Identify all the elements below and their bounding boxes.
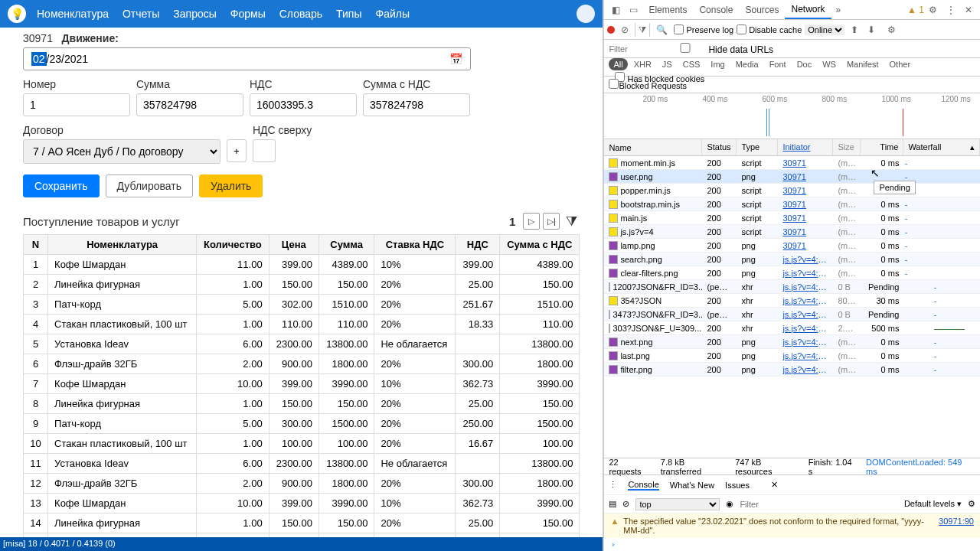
- net-column-header[interactable]: Name: [604, 139, 702, 155]
- close-drawer-icon[interactable]: ✕: [771, 480, 778, 490]
- type-filter[interactable]: Other: [885, 58, 916, 70]
- table-row[interactable]: 12Флэш-драйв 32ГБ2.00900.001800.0020%300…: [24, 474, 580, 494]
- type-filter[interactable]: Doc: [792, 58, 817, 70]
- save-button[interactable]: Сохранить: [23, 174, 100, 197]
- column-header[interactable]: Цена: [269, 235, 318, 255]
- nav-item[interactable]: Типы: [336, 8, 361, 20]
- table-row[interactable]: 1Кофе Шмардан11.00399.004389.0010%399.00…: [24, 255, 580, 275]
- net-column-header[interactable]: Type: [737, 139, 778, 155]
- network-row[interactable]: filter.png200pngjs.js?v=4:262(me...0 ms: [604, 363, 980, 377]
- network-row[interactable]: main.js200script30971(me...0 ms: [604, 211, 980, 225]
- inspect-icon[interactable]: ◧: [607, 3, 625, 17]
- throttling-select[interactable]: Online: [805, 24, 844, 35]
- hide-data-urls-checkbox[interactable]: Hide data URLs: [662, 43, 773, 55]
- net-column-header[interactable]: Size: [833, 139, 861, 155]
- console-prompt[interactable]: ›: [604, 538, 980, 551]
- settings-icon[interactable]: ⚙: [924, 3, 942, 17]
- table-row[interactable]: 2Линейка фигурная1.00150.00150.0020%25.0…: [24, 275, 580, 295]
- delete-button[interactable]: Удалить: [199, 174, 263, 197]
- network-row[interactable]: 303?JSON&F_U=309...200xhrjs.js?v=4:5042.…: [604, 321, 980, 335]
- devtools-tab[interactable]: Elements: [642, 2, 693, 18]
- warning-badge[interactable]: ▲ 1: [907, 5, 924, 15]
- table-row[interactable]: 8Линейка фигурная1.00150.00150.0020%25.0…: [24, 394, 580, 414]
- disable-cache-checkbox[interactable]: Disable cache: [737, 24, 802, 34]
- more-tabs-icon[interactable]: »: [831, 3, 846, 17]
- filter-icon[interactable]: ⧩: [563, 213, 580, 230]
- preserve-log-checkbox[interactable]: Preserve log: [674, 24, 733, 34]
- vat-input[interactable]: [250, 93, 357, 116]
- type-filter[interactable]: JS: [658, 58, 677, 70]
- network-row[interactable]: moment.min.js200script30971(me...0 ms: [604, 156, 980, 170]
- network-row[interactable]: 1200?JSON&FR_ID=3...(pendi...xhrjs.js?v=…: [604, 280, 980, 294]
- upload-icon[interactable]: ⬆: [848, 23, 861, 37]
- add-contract-button[interactable]: +: [227, 139, 247, 162]
- sum-input[interactable]: [136, 93, 243, 116]
- network-row[interactable]: popper.min.js200script30971(me...0 ms: [604, 184, 980, 197]
- contract-select[interactable]: 7 / АО Ясен Дуб / По договору: [23, 139, 220, 164]
- network-filter-input[interactable]: [609, 44, 655, 54]
- table-row[interactable]: 15Патч-корд5.00300.001500.0020%250.00150…: [24, 533, 580, 538]
- devtools-tab[interactable]: Console: [693, 2, 739, 18]
- network-row[interactable]: last.png200pngjs.js?v=4:262(me...0 ms: [604, 349, 980, 363]
- nav-item[interactable]: Отчеты: [122, 8, 159, 20]
- drawer-tab[interactable]: Issues: [725, 481, 750, 490]
- table-row[interactable]: 10Стакан пластиковый, 100 шт1.00100.0010…: [24, 434, 580, 454]
- type-filter[interactable]: All: [609, 58, 627, 70]
- table-row[interactable]: 13Кофе Шмардан10.00399.003990.0010%362.7…: [24, 494, 580, 514]
- type-filter[interactable]: Font: [765, 58, 791, 70]
- type-filter[interactable]: Img: [706, 58, 729, 70]
- devtools-tab[interactable]: Network: [785, 1, 831, 19]
- table-row[interactable]: 14Линейка фигурная1.00150.00150.0020%25.…: [24, 514, 580, 533]
- network-row[interactable]: user.png200png30971(me...: [604, 170, 980, 184]
- filter-toggle-icon[interactable]: ⧩: [635, 23, 650, 37]
- console-menu-icon[interactable]: ⋮: [609, 480, 617, 490]
- network-row[interactable]: search.png200pngjs.js?v=4:108(me...0 ms: [604, 253, 980, 266]
- log-levels[interactable]: Default levels ▾: [904, 499, 962, 509]
- net-column-header[interactable]: Time: [861, 139, 903, 155]
- console-sidebar-icon[interactable]: ▤: [609, 499, 616, 509]
- type-filter[interactable]: XHR: [629, 58, 656, 70]
- date-input[interactable]: 02/23/2021 📅: [23, 47, 471, 70]
- nav-item[interactable]: Номенклатура: [37, 8, 109, 20]
- nav-item[interactable]: Словарь: [279, 8, 322, 20]
- last-page-icon[interactable]: ▷|: [543, 213, 560, 230]
- column-header[interactable]: Сумма: [318, 235, 374, 255]
- nav-item[interactable]: Формы: [230, 8, 266, 20]
- network-row[interactable]: clear-filters.png200pngjs.js?v=4:108(me.…: [604, 266, 980, 280]
- live-expression-icon[interactable]: ◉: [726, 499, 733, 509]
- type-filter[interactable]: Manifest: [842, 58, 884, 70]
- console-clear-icon[interactable]: ⊘: [622, 499, 629, 509]
- nav-item[interactable]: Файлы: [376, 8, 410, 20]
- network-row[interactable]: 354?JSON200xhrjs.js?v=4:504809 B30 ms: [604, 294, 980, 308]
- network-row[interactable]: lamp.png200png30971(me...0 ms: [604, 239, 980, 253]
- sum-vat-input[interactable]: [363, 93, 470, 116]
- table-row[interactable]: 7Кофе Шмардан10.00399.003990.0010%362.73…: [24, 374, 580, 394]
- network-row[interactable]: next.png200pngjs.js?v=4:262(me...0 ms: [604, 335, 980, 349]
- nav-item[interactable]: Запросы: [173, 8, 216, 20]
- console-settings-icon[interactable]: ⚙: [968, 499, 975, 509]
- console-filter-input[interactable]: [740, 500, 898, 509]
- net-column-header[interactable]: Status: [702, 139, 737, 155]
- device-icon[interactable]: ▭: [625, 3, 642, 17]
- duplicate-button[interactable]: Дублировать: [106, 174, 193, 197]
- net-column-header[interactable]: Initiator: [778, 139, 833, 155]
- network-row[interactable]: js.js?v=4200script30971(me...0 ms: [604, 225, 980, 239]
- number-input[interactable]: [23, 93, 130, 116]
- type-filter[interactable]: WS: [818, 58, 841, 70]
- calendar-icon[interactable]: 📅: [449, 53, 462, 65]
- column-header[interactable]: Номенклатура: [48, 235, 197, 255]
- net-column-header[interactable]: Waterfall ▴: [903, 139, 980, 155]
- next-page-icon[interactable]: ▷: [523, 213, 540, 230]
- table-row[interactable]: 5Установка Ideav6.002300.0013800.00Не об…: [24, 334, 580, 354]
- table-row[interactable]: 9Патч-корд5.00300.001500.0020%250.001500…: [24, 414, 580, 434]
- user-avatar[interactable]: [577, 5, 595, 23]
- logo-icon[interactable]: 💡: [8, 5, 26, 23]
- vat-top-input[interactable]: [253, 139, 276, 162]
- column-header[interactable]: N: [24, 235, 48, 255]
- network-row[interactable]: 3473?JSON&FR_ID=3...(pendi...xhrjs.js?v=…: [604, 308, 980, 321]
- close-devtools-icon[interactable]: ✕: [960, 3, 977, 17]
- table-row[interactable]: 4Стакан пластиковый, 100 шт1.00110.00110…: [24, 315, 580, 334]
- search-icon[interactable]: 🔍: [653, 23, 671, 37]
- type-filter[interactable]: Media: [731, 58, 763, 70]
- table-row[interactable]: 11Установка Ideav6.002300.0013800.00Не о…: [24, 454, 580, 474]
